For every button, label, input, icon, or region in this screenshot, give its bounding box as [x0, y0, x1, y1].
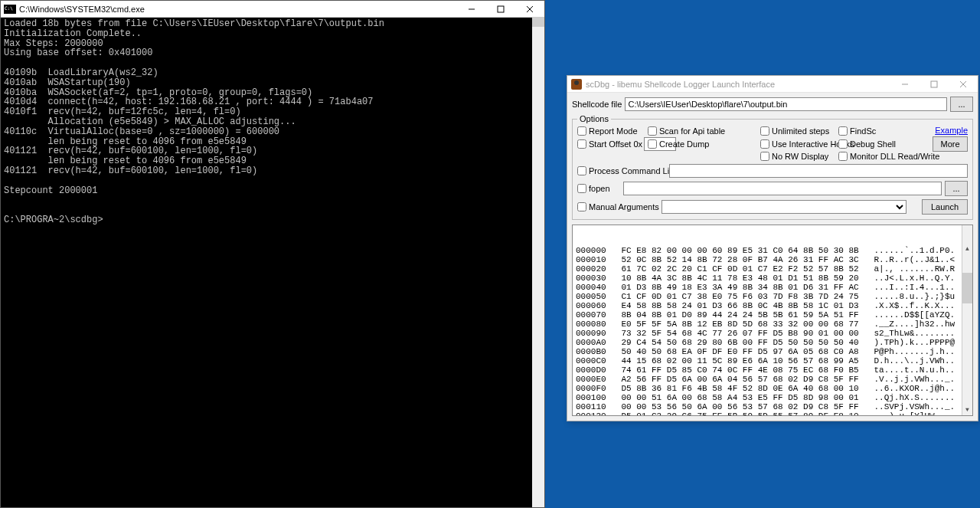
maximize-button[interactable] — [486, 1, 515, 17]
scan-api-checkbox[interactable]: Scan for Api table — [648, 126, 759, 136]
unlimited-steps-checkbox[interactable]: Unlimited steps — [760, 126, 837, 136]
scroll-up-icon[interactable]: ▲ — [962, 244, 972, 254]
no-rw-checkbox[interactable]: No RW Display — [760, 152, 837, 161]
minimize-icon — [468, 5, 475, 13]
fopen-checkbox[interactable]: fopen — [577, 184, 623, 193]
minimize-button[interactable] — [890, 76, 920, 92]
hex-scrollbar[interactable]: ▲ ▼ — [962, 225, 972, 415]
create-dump-checkbox[interactable]: Create Dump — [648, 139, 759, 149]
svg-rect-1 — [498, 6, 504, 12]
hex-view[interactable]: 000000 FC E8 82 00 00 00 60 89 E5 31 C0 … — [572, 225, 973, 416]
more-button[interactable]: More — [933, 136, 968, 152]
shellcode-file-row: Shellcode file ... — [572, 97, 973, 112]
scdbg-window-title: scDbg - libemu Shellcode Logger Launch I… — [586, 80, 890, 89]
cmd-output[interactable]: Loaded 18b bytes from file C:\Users\IEUs… — [1, 18, 544, 507]
maximize-button[interactable] — [920, 76, 949, 92]
shellcode-file-input[interactable] — [625, 97, 947, 111]
cmd-scrollbar-thumb[interactable] — [532, 18, 544, 27]
launch-button[interactable]: Launch — [922, 199, 968, 215]
cmd-window: C:\Windows\SYSTEM32\cmd.exe Loaded 18b b… — [0, 0, 545, 508]
start-offset-checkbox[interactable]: Start Offset 0x — [577, 139, 642, 149]
minimize-icon — [901, 80, 909, 88]
cmd-icon — [4, 5, 16, 14]
close-icon — [526, 5, 534, 13]
maximize-icon — [497, 5, 505, 13]
findsc-checkbox[interactable]: FindSc — [838, 126, 896, 136]
close-button[interactable] — [515, 1, 544, 17]
cmd-scrollbar[interactable] — [532, 18, 544, 507]
fopen-browse-button[interactable]: ... — [945, 181, 968, 196]
options-legend: Options — [577, 114, 611, 123]
maximize-icon — [930, 80, 938, 88]
start-offset-control: Start Offset 0x — [577, 137, 646, 151]
scdbg-window: scDbg - libemu Shellcode Logger Launch I… — [567, 75, 978, 421]
hex-content: 000000 FC E8 82 00 00 00 60 89 E5 31 C0 … — [576, 246, 969, 416]
monitor-dll-checkbox[interactable]: Monitor DLL Read/Write — [838, 152, 896, 161]
close-icon — [959, 80, 967, 88]
shellcode-file-label: Shellcode file — [572, 100, 622, 109]
process-command-line-input[interactable] — [669, 164, 968, 178]
fopen-input[interactable] — [623, 182, 942, 195]
manual-arguments-select[interactable] — [662, 200, 906, 214]
example-link[interactable]: Example — [935, 126, 968, 135]
scdbg-titlebar[interactable]: scDbg - libemu Shellcode Logger Launch I… — [567, 76, 978, 93]
debug-shell-checkbox[interactable]: Debug Shell — [838, 139, 896, 149]
browse-button[interactable]: ... — [950, 97, 973, 112]
scroll-down-icon[interactable]: ▼ — [962, 405, 972, 415]
minimize-button[interactable] — [457, 1, 486, 17]
options-fieldset: Options Report Mode Scan for Api table U… — [572, 114, 973, 220]
scdbg-body: Shellcode file ... Options Report Mode S… — [567, 93, 978, 421]
report-mode-checkbox[interactable]: Report Mode — [577, 126, 646, 136]
interactive-hooks-checkbox[interactable]: Use Interactive Hooks — [760, 139, 837, 149]
process-command-line-checkbox[interactable]: Process Command Line — [577, 166, 669, 175]
cmd-titlebar[interactable]: C:\Windows\SYSTEM32\cmd.exe — [1, 1, 544, 18]
svg-rect-5 — [931, 81, 937, 87]
close-button[interactable] — [949, 76, 978, 92]
hex-scrollbar-thumb[interactable] — [962, 273, 972, 303]
scdbg-app-icon — [571, 79, 582, 90]
manual-arguments-checkbox[interactable]: Manual Arguments — [577, 202, 662, 211]
cmd-window-title: C:\Windows\SYSTEM32\cmd.exe — [19, 5, 457, 14]
